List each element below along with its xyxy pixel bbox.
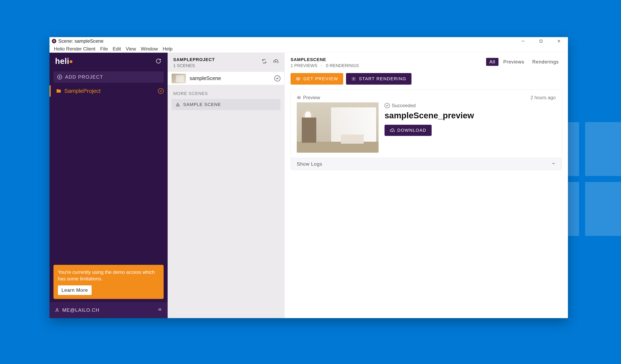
svg-point-7 — [56, 309, 58, 310]
user-email: ME@LAILO.CH — [62, 307, 99, 313]
refresh-button[interactable] — [155, 57, 162, 65]
demo-banner-text: You're currently using the demo access w… — [58, 269, 159, 282]
svg-point-10 — [297, 78, 299, 79]
previews-count: 1 PREVIEWS — [291, 63, 317, 68]
collapse-sidebar-button[interactable] — [157, 307, 162, 313]
more-scenes-label: MORE SCENES — [168, 85, 284, 99]
svg-rect-1 — [540, 40, 542, 42]
action-row: GET PREVIEW START RENDERING — [285, 72, 568, 89]
minimize-button[interactable] — [514, 37, 532, 45]
chevron-down-icon — [551, 161, 556, 167]
render-thumbnail[interactable] — [297, 102, 379, 153]
more-scene-row[interactable]: SAMPLE SCENE — [172, 99, 280, 110]
add-project-button[interactable]: ADD PROJECT — [53, 71, 164, 83]
app-window: Scene: sampleScene Helio Render Client F… — [50, 37, 568, 318]
logo: heli — [55, 57, 72, 66]
sync-icon[interactable] — [261, 58, 267, 64]
learn-more-button[interactable]: Learn More — [58, 285, 92, 295]
main-panel: SAMPLESCENE 1 PREVIEWS · 0 RENDERINGS Al… — [285, 53, 568, 318]
scene-row-samplescene[interactable]: sampleScene — [168, 72, 284, 85]
menu-window[interactable]: Window — [138, 45, 160, 52]
show-logs-toggle[interactable]: Show Logs — [291, 158, 562, 170]
titlebar[interactable]: Scene: sampleScene — [50, 37, 568, 45]
scenes-header: SAMPLEPROJECT 1 SCENES — [168, 53, 284, 72]
demo-banner: You're currently using the demo access w… — [53, 265, 164, 299]
render-timestamp: 2 hours ago — [530, 95, 556, 100]
sidebar: heli ADD PROJECT SampleProject You're cu… — [50, 53, 168, 318]
menu-file[interactable]: File — [98, 45, 110, 52]
menu-help[interactable]: Help — [160, 45, 175, 52]
filter-tabs: All Previews Renderings — [486, 57, 562, 66]
cloud-upload-icon[interactable] — [273, 58, 279, 64]
scenes-column: SAMPLEPROJECT 1 SCENES sampleScene MORE … — [168, 53, 285, 318]
scene-title: SAMPLESCENE — [291, 57, 359, 62]
tab-previews[interactable]: Previews — [500, 58, 527, 66]
check-icon — [274, 75, 280, 81]
window-controls — [514, 37, 568, 45]
menubar: Helio Render Client File Edit View Windo… — [50, 45, 568, 53]
sidebar-footer: ME@LAILO.CH — [50, 302, 168, 318]
tab-renderings[interactable]: Renderings — [529, 58, 562, 66]
success-icon — [384, 103, 390, 108]
main-header: SAMPLESCENE 1 PREVIEWS · 0 RENDERINGS Al… — [285, 53, 568, 72]
menu-view[interactable]: View — [123, 45, 138, 52]
start-rendering-button[interactable]: START RENDERING — [346, 73, 412, 85]
render-status: Succeeded — [384, 103, 556, 108]
render-type-label: Preview — [297, 95, 379, 100]
renderings-count: 0 RENDERINGS — [326, 63, 359, 68]
menu-edit[interactable]: Edit — [110, 45, 123, 52]
project-title: SAMPLEPROJECT — [173, 57, 215, 62]
download-button[interactable]: DOWNLOAD — [384, 125, 432, 136]
render-title: sampleScene_preview — [384, 111, 556, 120]
more-scene-name: SAMPLE SCENE — [183, 102, 221, 107]
get-preview-button[interactable]: GET PREVIEW — [291, 73, 343, 85]
add-project-label: ADD PROJECT — [65, 74, 103, 80]
scene-name: sampleScene — [190, 75, 221, 81]
window-title: Scene: sampleScene — [58, 38, 104, 44]
scene-thumbnail — [172, 74, 186, 83]
app-icon — [52, 39, 56, 43]
project-name: SampleProject — [64, 88, 101, 94]
close-button[interactable] — [550, 37, 568, 45]
render-card: Preview 2 hours ago Succeeded sampleScen… — [291, 89, 562, 170]
menu-helio[interactable]: Helio Render Client — [52, 45, 98, 52]
svg-point-11 — [353, 78, 354, 79]
scenes-count: 1 SCENES — [173, 63, 215, 68]
maximize-button[interactable] — [532, 37, 550, 45]
tab-all[interactable]: All — [486, 58, 499, 66]
sidebar-project-sampleproject[interactable]: SampleProject — [50, 86, 168, 97]
svg-point-12 — [298, 97, 299, 98]
check-icon — [158, 88, 164, 94]
